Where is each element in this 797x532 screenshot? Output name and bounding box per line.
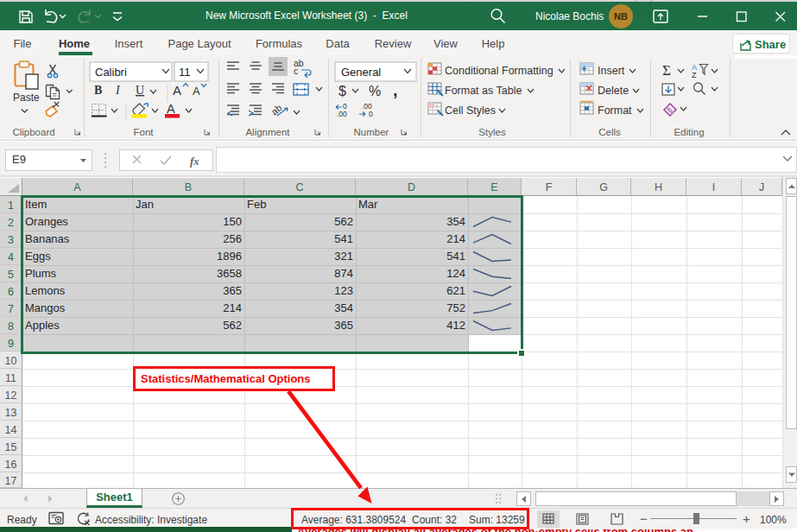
svg-text:Paste: Paste [13, 92, 40, 104]
svg-text:I: I [115, 84, 121, 97]
svg-text:A: A [193, 85, 200, 98]
svg-text:Format: Format [598, 104, 632, 117]
svg-text:A: A [167, 102, 175, 116]
svg-text:Σ: Σ [662, 62, 671, 79]
svg-text:11: 11 [179, 66, 191, 79]
svg-text:Calibri: Calibri [95, 66, 127, 79]
svg-text:$: $ [338, 84, 346, 98]
svg-text:Conditional Formatting: Conditional Formatting [445, 65, 553, 77]
svg-text:Insert: Insert [598, 65, 625, 77]
svg-text:fx: fx [190, 155, 199, 168]
svg-text:ab: ab [269, 102, 284, 117]
svg-text:A: A [173, 83, 181, 98]
svg-text:B: B [94, 84, 102, 97]
svg-text:Z: Z [692, 71, 697, 79]
svg-text:Cell Styles: Cell Styles [445, 104, 496, 117]
svg-text:%: % [369, 84, 381, 98]
svg-text:0: 0 [369, 110, 373, 118]
svg-text:.00: .00 [337, 110, 347, 118]
svg-text:c: c [294, 66, 298, 76]
svg-text:,: , [393, 80, 398, 99]
svg-text:General: General [341, 66, 381, 79]
svg-text:Delete: Delete [598, 85, 629, 97]
svg-text:Format as Table: Format as Table [445, 85, 522, 97]
svg-text:U: U [136, 84, 144, 97]
